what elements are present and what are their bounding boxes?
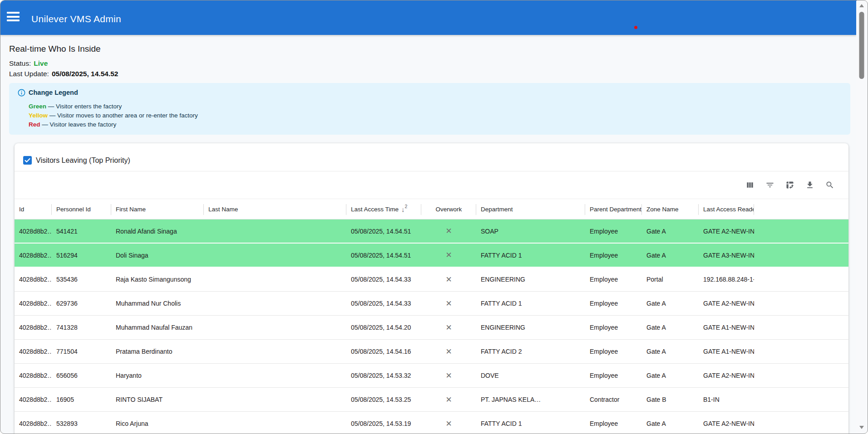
visitors-panel: Visitors Leaving (Top Priority) IdPerson… — [15, 143, 848, 434]
scrollbar-thumb[interactable] — [859, 12, 864, 79]
cell-overwork: ✕ — [421, 316, 476, 339]
red-dot-indicator — [634, 26, 637, 29]
cell-department: FATTY ACID 1 — [476, 292, 585, 315]
cell-firstName: Muhammad Naufal Fauzan — [111, 316, 204, 339]
cell-lastName — [204, 412, 346, 434]
cell-firstName: Raja Kasto Simangunsong — [111, 268, 204, 291]
column-header-label: Zone Name — [646, 206, 679, 213]
column-header-id[interactable]: Id — [15, 199, 52, 219]
table-row[interactable]: 4028d8b2…532893Rico Arjuna05/08/2025, 14… — [15, 412, 848, 434]
cell-lastAccessTime: 05/08/2025, 14.53.32 — [346, 364, 421, 387]
column-header-lastAccessReader[interactable]: Last Access Reader — [699, 199, 754, 219]
table-row[interactable]: 4028d8b2…656056Haryanto05/08/2025, 14.53… — [15, 364, 848, 388]
cell-lastAccessReader: GATE A2-NEW-IN — [699, 219, 754, 243]
cell-firstName: Rico Arjuna — [111, 412, 204, 434]
cell-lastAccessReader: GATE A2-NEW-IN — [699, 364, 754, 387]
column-header-overwork[interactable]: Overwork — [421, 199, 476, 219]
table-row[interactable]: 4028d8b2…629736Muhammad Nur Cholis05/08/… — [15, 292, 848, 316]
column-header-department[interactable]: Department — [476, 199, 585, 219]
cell-id: 4028d8b2… — [15, 364, 52, 387]
status-value: Live — [34, 59, 48, 67]
table-header-row: IdPersonnel IdFirst NameLast NameLast Ac… — [15, 199, 848, 219]
cell-zoneName: Gate A — [642, 412, 699, 434]
column-header-firstName[interactable]: First Name — [111, 199, 204, 219]
scrollbar-up-arrow-icon[interactable] — [859, 4, 864, 7]
cell-overwork: ✕ — [421, 364, 476, 387]
cell-zoneName: Gate A — [642, 340, 699, 363]
cell-filler — [754, 388, 848, 411]
close-icon: ✕ — [445, 395, 452, 405]
cell-id: 4028d8b2… — [15, 292, 52, 315]
cell-zoneName: Gate A — [642, 219, 699, 243]
cell-lastAccessTime: 05/08/2025, 14.53.19 — [346, 412, 421, 434]
cell-id: 4028d8b2… — [15, 316, 52, 339]
change-legend-box: Change Legend Green — Visitor enters the… — [9, 83, 850, 135]
menu-icon[interactable] — [7, 12, 20, 22]
cell-zoneName: Gate A — [642, 316, 699, 339]
table-row[interactable]: 4028d8b2…535436Raja Kasto Simangunsong05… — [15, 268, 848, 292]
cell-overwork: ✕ — [421, 268, 476, 291]
table-row[interactable]: 4028d8b2…741328Muhammad Naufal Fauzan05/… — [15, 316, 848, 340]
table-row[interactable]: 4028d8b2…541421Ronald Afandi Sinaga05/08… — [15, 219, 848, 244]
cell-id: 4028d8b2… — [15, 340, 52, 363]
page-title: Real-time Who Is Inside — [9, 44, 101, 54]
search-button[interactable] — [822, 177, 838, 193]
pivot-button[interactable] — [782, 177, 798, 193]
close-icon: ✕ — [445, 250, 452, 260]
status-label: Status: — [9, 59, 31, 67]
cell-lastName — [204, 316, 346, 339]
cell-firstName: Ronald Afandi Sinaga — [111, 219, 204, 243]
visitors-leaving-checkbox[interactable] — [23, 156, 32, 165]
cell-department: FATTY ACID 1 — [476, 412, 585, 434]
cell-parentDepartment: Employee — [585, 340, 642, 363]
cell-parentDepartment: Employee — [585, 268, 642, 291]
cell-firstName: Doli Sinaga — [111, 244, 204, 267]
cell-lastAccessTime: 05/08/2025, 14.54.51 — [346, 244, 421, 267]
cell-id: 4028d8b2… — [15, 219, 52, 243]
cell-zoneName: Gate A — [642, 364, 699, 387]
legend-item: Yellow — Visitor moves to another area o… — [29, 111, 198, 120]
sort-desc-icon[interactable]: ↓2 — [401, 206, 407, 213]
column-header-personnelId[interactable]: Personnel Id — [52, 199, 111, 219]
column-header-parentDepartment[interactable]: Parent Department … — [585, 199, 642, 219]
close-icon: ✕ — [445, 347, 452, 356]
scrollbar[interactable] — [856, 1, 867, 433]
close-icon: ✕ — [445, 226, 452, 236]
cell-firstName: RINTO SIJABAT — [111, 388, 204, 411]
cell-parentDepartment: Employee — [585, 219, 642, 243]
cell-lastAccessTime: 05/08/2025, 14.54.16 — [346, 340, 421, 363]
close-icon: ✕ — [445, 323, 452, 332]
screen: Unilever VMS Admin Real-time Who Is Insi… — [0, 0, 868, 434]
close-icon: ✕ — [445, 275, 452, 284]
cell-id: 4028d8b2… — [15, 268, 52, 291]
download-button[interactable] — [802, 177, 818, 193]
cell-zoneName: Gate B — [642, 388, 699, 411]
cell-lastAccessTime: 05/08/2025, 14.54.20 — [346, 316, 421, 339]
columns-button[interactable] — [742, 177, 758, 193]
column-header-lastName[interactable]: Last Name — [204, 199, 346, 219]
app-title: Unilever VMS Admin — [31, 14, 121, 24]
column-header-zoneName[interactable]: Zone Name — [642, 199, 699, 219]
column-header-label: Last Access Time — [351, 206, 399, 213]
cell-personnelId: 629736 — [52, 292, 111, 315]
last-update-value: 05/08/2025, 14.54.52 — [52, 70, 118, 78]
last-update-label: Last Update: — [9, 70, 49, 78]
table-row[interactable]: 4028d8b2…771504Pratama Berdinanto05/08/2… — [15, 340, 848, 364]
cell-parentDepartment: Employee — [585, 412, 642, 434]
column-header-lastAccessTime[interactable]: Last Access Time↓2 — [346, 199, 421, 219]
cell-lastName — [204, 268, 346, 291]
table-row[interactable]: 4028d8b2…16905RINTO SIJABAT05/08/2025, 1… — [15, 388, 848, 412]
filter-button[interactable] — [762, 177, 778, 193]
cell-lastName — [204, 219, 346, 243]
cell-department: PT. JAPNAS KELA… — [476, 388, 585, 411]
info-icon — [17, 88, 26, 97]
cell-lastName — [204, 244, 346, 267]
status-line: Status:Live — [9, 59, 48, 68]
cell-department: ENGINEERING — [476, 268, 585, 291]
cell-personnelId: 516294 — [52, 244, 111, 267]
table-row[interactable]: 4028d8b2…516294Doli Sinaga05/08/2025, 14… — [15, 244, 848, 268]
scrollbar-down-arrow-icon[interactable] — [859, 426, 864, 429]
legend-title: Change Legend — [29, 89, 78, 96]
cell-lastName — [204, 388, 346, 411]
cell-overwork: ✕ — [421, 219, 476, 243]
